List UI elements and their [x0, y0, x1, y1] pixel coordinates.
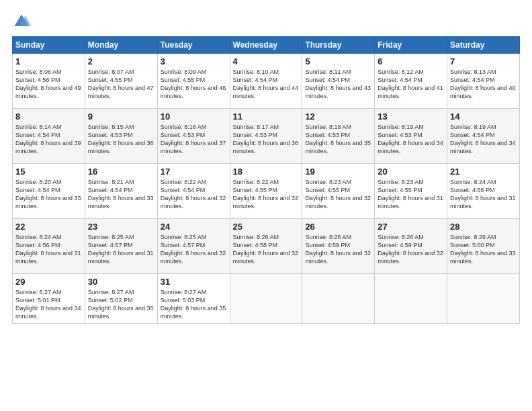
- table-row: 14 Sunrise: 8:19 AMSunset: 4:54 PMDaylig…: [447, 109, 520, 164]
- cell-info: Sunrise: 8:26 AMSunset: 4:59 PMDaylight:…: [305, 234, 371, 265]
- cell-info: Sunrise: 8:23 AMSunset: 4:55 PMDaylight:…: [305, 179, 371, 210]
- table-row: 18 Sunrise: 8:22 AMSunset: 4:55 PMDaylig…: [230, 164, 302, 219]
- cell-info: Sunrise: 8:10 AMSunset: 4:54 PMDaylight:…: [233, 68, 299, 99]
- day-number: 11: [233, 111, 300, 122]
- table-row: 31 Sunrise: 8:27 AMSunset: 5:03 PMDaylig…: [157, 274, 230, 324]
- cell-info: Sunrise: 8:19 AMSunset: 4:54 PMDaylight:…: [450, 124, 516, 154]
- day-number: 25: [233, 222, 300, 232]
- day-number: 18: [233, 167, 300, 177]
- cell-info: Sunrise: 8:12 AMSunset: 4:54 PMDaylight:…: [378, 68, 443, 99]
- header: [12, 12, 520, 31]
- table-row: 13 Sunrise: 8:19 AMSunset: 4:53 PMDaylig…: [375, 109, 447, 164]
- logo: [12, 12, 34, 31]
- table-row: 24 Sunrise: 8:25 AMSunset: 4:57 PMDaylig…: [157, 219, 230, 274]
- day-number: 13: [378, 111, 444, 122]
- calendar-table: Sunday Monday Tuesday Wednesday Thursday…: [12, 36, 520, 324]
- table-row: 22 Sunrise: 8:24 AMSunset: 4:56 PMDaylig…: [13, 219, 85, 274]
- day-number: 4: [233, 56, 300, 66]
- table-row: 7 Sunrise: 8:13 AMSunset: 4:54 PMDayligh…: [447, 54, 520, 109]
- cell-info: Sunrise: 8:17 AMSunset: 4:53 PMDaylight:…: [233, 124, 299, 154]
- day-number: 31: [161, 277, 227, 287]
- table-row: 2 Sunrise: 8:07 AMSunset: 4:55 PMDayligh…: [85, 54, 157, 109]
- day-number: 6: [378, 56, 444, 66]
- table-row: 20 Sunrise: 8:23 AMSunset: 4:55 PMDaylig…: [375, 164, 447, 219]
- table-row: 16 Sunrise: 8:21 AMSunset: 4:54 PMDaylig…: [85, 164, 157, 219]
- day-number: 9: [88, 111, 154, 122]
- table-row: 23 Sunrise: 8:25 AMSunset: 4:57 PMDaylig…: [85, 219, 157, 274]
- cell-info: Sunrise: 8:23 AMSunset: 4:55 PMDaylight:…: [378, 179, 443, 210]
- header-saturday: Saturday: [447, 37, 520, 54]
- cell-info: Sunrise: 8:26 AMSunset: 5:00 PMDaylight:…: [450, 234, 516, 265]
- day-number: 23: [88, 222, 154, 232]
- day-number: 28: [450, 222, 517, 232]
- table-row: 28 Sunrise: 8:26 AMSunset: 5:00 PMDaylig…: [447, 219, 520, 274]
- table-row: 26 Sunrise: 8:26 AMSunset: 4:59 PMDaylig…: [302, 219, 375, 274]
- table-row: [230, 274, 302, 324]
- table-row: 25 Sunrise: 8:26 AMSunset: 4:58 PMDaylig…: [230, 219, 302, 274]
- cell-info: Sunrise: 8:07 AMSunset: 4:55 PMDaylight:…: [88, 68, 154, 99]
- table-row: 15 Sunrise: 8:20 AMSunset: 4:54 PMDaylig…: [13, 164, 85, 219]
- cell-info: Sunrise: 8:24 AMSunset: 4:56 PMDaylight:…: [450, 179, 516, 210]
- cell-info: Sunrise: 8:26 AMSunset: 4:58 PMDaylight:…: [233, 234, 299, 265]
- table-row: 4 Sunrise: 8:10 AMSunset: 4:54 PMDayligh…: [230, 54, 302, 109]
- day-number: 26: [305, 222, 371, 232]
- table-row: 1 Sunrise: 8:06 AMSunset: 4:56 PMDayligh…: [13, 54, 85, 109]
- weekday-header-row: Sunday Monday Tuesday Wednesday Thursday…: [13, 37, 520, 54]
- day-number: 1: [15, 56, 82, 66]
- table-row: 6 Sunrise: 8:12 AMSunset: 4:54 PMDayligh…: [375, 54, 447, 109]
- day-number: 22: [15, 222, 82, 232]
- cell-info: Sunrise: 8:15 AMSunset: 4:53 PMDaylight:…: [88, 124, 154, 154]
- day-number: 5: [305, 56, 371, 66]
- cell-info: Sunrise: 8:09 AMSunset: 4:55 PMDaylight:…: [161, 68, 226, 99]
- table-row: 3 Sunrise: 8:09 AMSunset: 4:55 PMDayligh…: [157, 54, 230, 109]
- table-row: 8 Sunrise: 8:14 AMSunset: 4:54 PMDayligh…: [13, 109, 85, 164]
- day-number: 3: [161, 56, 227, 66]
- day-number: 24: [161, 222, 227, 232]
- day-number: 17: [161, 167, 227, 177]
- cell-info: Sunrise: 8:21 AMSunset: 4:54 PMDaylight:…: [88, 179, 154, 210]
- day-number: 16: [88, 167, 154, 177]
- cell-info: Sunrise: 8:25 AMSunset: 4:57 PMDaylight:…: [161, 234, 226, 265]
- table-row: 27 Sunrise: 8:26 AMSunset: 4:59 PMDaylig…: [375, 219, 447, 274]
- day-number: 15: [15, 167, 82, 177]
- table-row: [447, 274, 520, 324]
- cell-info: Sunrise: 8:19 AMSunset: 4:53 PMDaylight:…: [378, 124, 443, 154]
- day-number: 21: [450, 167, 517, 177]
- cell-info: Sunrise: 8:27 AMSunset: 5:03 PMDaylight:…: [161, 289, 226, 320]
- table-row: 11 Sunrise: 8:17 AMSunset: 4:53 PMDaylig…: [230, 109, 302, 164]
- table-row: [302, 274, 375, 324]
- cell-info: Sunrise: 8:20 AMSunset: 4:54 PMDaylight:…: [15, 179, 81, 210]
- cell-info: Sunrise: 8:22 AMSunset: 4:54 PMDaylight:…: [161, 179, 226, 210]
- table-row: 30 Sunrise: 8:27 AMSunset: 5:02 PMDaylig…: [85, 274, 157, 324]
- table-row: 5 Sunrise: 8:11 AMSunset: 4:54 PMDayligh…: [302, 54, 375, 109]
- cell-info: Sunrise: 8:11 AMSunset: 4:54 PMDaylight:…: [305, 68, 371, 99]
- cell-info: Sunrise: 8:13 AMSunset: 4:54 PMDaylight:…: [450, 68, 516, 99]
- cell-info: Sunrise: 8:25 AMSunset: 4:57 PMDaylight:…: [88, 234, 154, 265]
- table-row: [375, 274, 447, 324]
- cell-info: Sunrise: 8:22 AMSunset: 4:55 PMDaylight:…: [233, 179, 299, 210]
- cell-info: Sunrise: 8:27 AMSunset: 5:01 PMDaylight:…: [15, 289, 81, 320]
- day-number: 29: [15, 277, 82, 287]
- table-row: 19 Sunrise: 8:23 AMSunset: 4:55 PMDaylig…: [302, 164, 375, 219]
- header-sunday: Sunday: [13, 37, 85, 54]
- table-row: 29 Sunrise: 8:27 AMSunset: 5:01 PMDaylig…: [13, 274, 85, 324]
- table-row: 17 Sunrise: 8:22 AMSunset: 4:54 PMDaylig…: [157, 164, 230, 219]
- header-thursday: Thursday: [302, 37, 375, 54]
- table-row: 9 Sunrise: 8:15 AMSunset: 4:53 PMDayligh…: [85, 109, 157, 164]
- day-number: 27: [378, 222, 444, 232]
- cell-info: Sunrise: 8:26 AMSunset: 4:59 PMDaylight:…: [378, 234, 443, 265]
- day-number: 14: [450, 111, 517, 122]
- day-number: 10: [161, 111, 227, 122]
- cell-info: Sunrise: 8:27 AMSunset: 5:02 PMDaylight:…: [88, 289, 154, 320]
- day-number: 30: [88, 277, 154, 287]
- day-number: 8: [15, 111, 82, 122]
- header-tuesday: Tuesday: [157, 37, 230, 54]
- day-number: 12: [305, 111, 371, 122]
- day-number: 7: [450, 56, 517, 66]
- table-row: 12 Sunrise: 8:18 AMSunset: 4:53 PMDaylig…: [302, 109, 375, 164]
- cell-info: Sunrise: 8:18 AMSunset: 4:53 PMDaylight:…: [305, 124, 371, 154]
- cell-info: Sunrise: 8:24 AMSunset: 4:56 PMDaylight:…: [15, 234, 81, 265]
- day-number: 2: [88, 56, 154, 66]
- cell-info: Sunrise: 8:14 AMSunset: 4:54 PMDaylight:…: [15, 124, 81, 154]
- header-monday: Monday: [85, 37, 157, 54]
